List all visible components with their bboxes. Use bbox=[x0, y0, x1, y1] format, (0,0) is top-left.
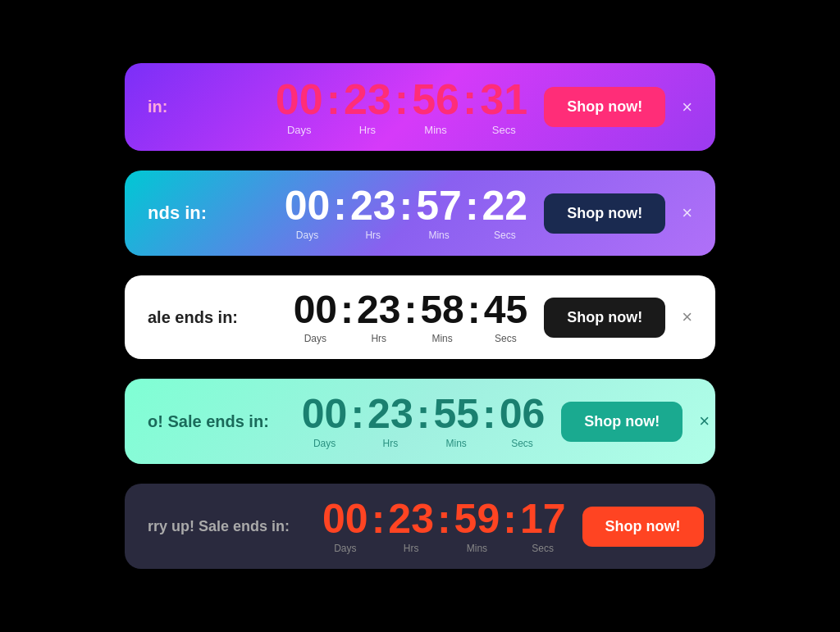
sep1: : bbox=[347, 393, 368, 434]
mins-value: 57 bbox=[416, 185, 462, 226]
mins-label: Mins bbox=[467, 543, 487, 554]
days-label: Days bbox=[334, 543, 356, 554]
sep1: : bbox=[337, 290, 357, 330]
days-value: 00 bbox=[302, 393, 348, 434]
banner-5-shop-button[interactable]: Shop now! bbox=[582, 507, 704, 547]
banner-2-countdown: 00 Days : 23 Hrs : 57 Mins : 22 Secs bbox=[285, 185, 527, 241]
banner-gradient: nds in: 00 Days : 23 Hrs : 57 Mins : 22 … bbox=[125, 171, 715, 256]
days-value: 00 bbox=[276, 78, 323, 120]
sep2: : bbox=[413, 393, 434, 434]
hrs-value: 23 bbox=[344, 78, 391, 120]
mins-label: Mins bbox=[428, 230, 449, 241]
hrs-value: 23 bbox=[388, 498, 434, 539]
sep2: : bbox=[396, 185, 417, 226]
days-label: Days bbox=[304, 333, 326, 344]
days-value: 00 bbox=[322, 498, 368, 539]
mins-unit: 57 Mins bbox=[416, 185, 462, 241]
hrs-label: Hrs bbox=[371, 333, 386, 344]
hrs-unit: 23 Hrs bbox=[388, 498, 434, 554]
secs-value: 22 bbox=[482, 185, 528, 226]
sep3: : bbox=[479, 393, 500, 434]
banner-mint: o! Sale ends in: 00 Days : 23 Hrs : 55 M… bbox=[125, 379, 715, 464]
sep1: : bbox=[330, 185, 350, 226]
days-unit: 00 Days bbox=[322, 498, 368, 554]
mins-label: Mins bbox=[446, 438, 467, 449]
banner-5-countdown: 00 Days : 23 Hrs : 59 Mins : 17 Secs bbox=[322, 498, 565, 554]
hrs-unit: 23 Hrs bbox=[368, 393, 413, 449]
days-label: Days bbox=[296, 230, 318, 241]
mins-unit: 55 Mins bbox=[433, 393, 479, 449]
days-value: 00 bbox=[294, 290, 337, 330]
banner-4-shop-button[interactable]: Shop now! bbox=[561, 402, 682, 442]
sep1: : bbox=[368, 498, 389, 539]
mins-unit: 58 Mins bbox=[420, 290, 463, 344]
secs-unit: 45 Secs bbox=[484, 290, 527, 344]
hrs-label: Hrs bbox=[365, 230, 381, 241]
hrs-label: Hrs bbox=[383, 438, 399, 449]
secs-label: Secs bbox=[495, 333, 517, 344]
secs-label: Secs bbox=[494, 230, 516, 241]
secs-value: 17 bbox=[520, 498, 566, 539]
secs-unit: 17 Secs bbox=[520, 498, 566, 554]
mins-value: 56 bbox=[412, 78, 459, 120]
mins-value: 55 bbox=[433, 393, 479, 434]
secs-value: 31 bbox=[480, 78, 527, 120]
secs-value: 45 bbox=[484, 290, 527, 330]
sep3: : bbox=[459, 78, 480, 120]
secs-label: Secs bbox=[532, 543, 554, 554]
banner-3-close-button[interactable]: × bbox=[682, 308, 692, 326]
banner-2-shop-button[interactable]: Shop now! bbox=[544, 193, 665, 234]
sep2: : bbox=[391, 78, 412, 120]
banner-white: ale ends in: 00 Days : 23 Hrs : 58 Mins … bbox=[125, 275, 715, 359]
banner-4-close-button[interactable]: × bbox=[699, 412, 710, 430]
secs-unit: 06 Secs bbox=[500, 393, 546, 449]
hrs-label: Hrs bbox=[404, 543, 419, 554]
mins-unit: 59 Mins bbox=[454, 498, 500, 554]
banner-4-countdown: 00 Days : 23 Hrs : 55 Mins : 06 Secs bbox=[302, 393, 545, 449]
banner-3-label: ale ends in: bbox=[148, 308, 238, 327]
hrs-value: 23 bbox=[357, 290, 400, 330]
days-unit: 00 Days bbox=[285, 185, 331, 241]
mins-label: Mins bbox=[424, 124, 446, 136]
banner-3-shop-button[interactable]: Shop now! bbox=[544, 298, 665, 338]
banner-2-label: nds in: bbox=[148, 202, 207, 224]
hrs-unit: 23 Hrs bbox=[357, 290, 400, 344]
hrs-value: 23 bbox=[350, 185, 396, 226]
hrs-value: 23 bbox=[368, 393, 413, 434]
secs-label: Secs bbox=[492, 124, 516, 136]
secs-unit: 31 Secs bbox=[480, 78, 527, 136]
banner-dark: rry up! Sale ends in: 00 Days : 23 Hrs :… bbox=[125, 484, 715, 569]
sep2: : bbox=[400, 290, 420, 330]
banner-4-label: o! Sale ends in: bbox=[148, 412, 269, 431]
sep3: : bbox=[462, 185, 482, 226]
mins-value: 59 bbox=[454, 498, 500, 539]
secs-value: 06 bbox=[500, 393, 546, 434]
sep3: : bbox=[500, 498, 520, 539]
mins-unit: 56 Mins bbox=[412, 78, 459, 136]
hrs-unit: 23 Hrs bbox=[350, 185, 396, 241]
hrs-label: Hrs bbox=[359, 124, 376, 136]
banner-3-countdown: 00 Days : 23 Hrs : 58 Mins : 45 Secs bbox=[294, 290, 528, 344]
banner-2-close-button[interactable]: × bbox=[682, 204, 692, 222]
days-label: Days bbox=[287, 124, 312, 136]
banner-purple: in: 00 Days : 23 Hrs : 56 Mins : 31 Secs… bbox=[125, 63, 715, 151]
days-unit: 00 Days bbox=[302, 393, 348, 449]
sep3: : bbox=[464, 290, 484, 330]
sep1: : bbox=[323, 78, 344, 120]
hrs-unit: 23 Hrs bbox=[344, 78, 391, 136]
banner-1-shop-button[interactable]: Shop now! bbox=[544, 87, 665, 127]
secs-label: Secs bbox=[511, 438, 533, 449]
secs-unit: 22 Secs bbox=[482, 185, 528, 241]
days-unit: 00 Days bbox=[276, 78, 323, 136]
banner-1-label: in: bbox=[148, 98, 167, 116]
days-unit: 00 Days bbox=[294, 290, 337, 344]
banner-5-label: rry up! Sale ends in: bbox=[148, 518, 290, 535]
mins-value: 58 bbox=[420, 290, 463, 330]
days-value: 00 bbox=[285, 185, 331, 226]
banner-1-countdown: 00 Days : 23 Hrs : 56 Mins : 31 Secs bbox=[276, 78, 527, 136]
days-label: Days bbox=[313, 438, 336, 449]
banner-1-close-button[interactable]: × bbox=[682, 98, 692, 116]
mins-label: Mins bbox=[431, 333, 452, 344]
sep2: : bbox=[434, 498, 454, 539]
